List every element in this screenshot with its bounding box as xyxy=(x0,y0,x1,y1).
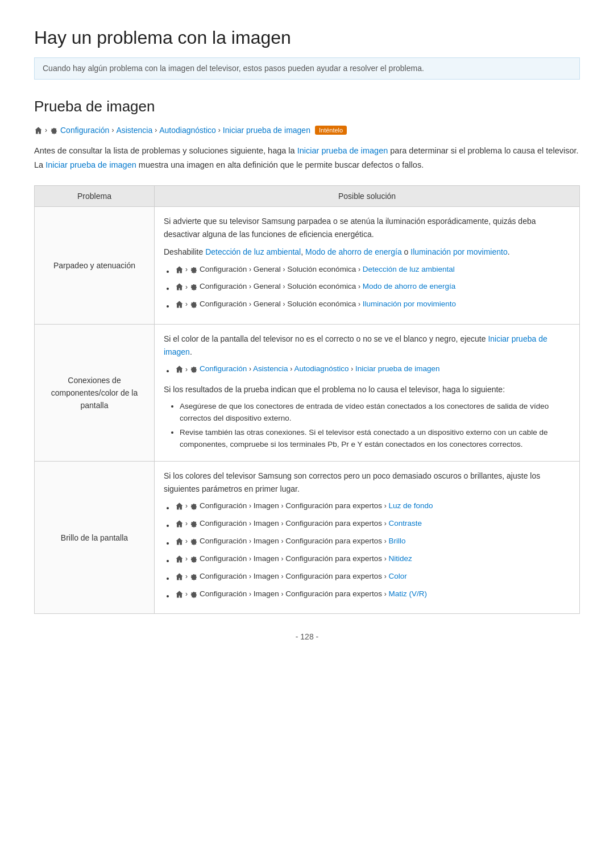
solution-text-3a: Si los colores del televisor Samsung son… xyxy=(164,470,570,496)
bullet-list-2b: Asegúrese de que los conectores de entra… xyxy=(164,401,570,451)
list-item: Revise también las otras conexiones. Si … xyxy=(180,427,570,451)
nav-chevron-2: › xyxy=(111,126,114,134)
link-iluminacion[interactable]: Iluminación por movimiento xyxy=(410,247,507,256)
list-item: › Configuración › General › Solución eco… xyxy=(175,264,570,278)
home-icon-bullet xyxy=(175,265,184,274)
solution-text-1b: Deshabilite Detección de luz ambiental, … xyxy=(164,246,570,259)
list-item: › Configuración › Imagen › Configuración… xyxy=(175,500,570,514)
link-path-deteccion[interactable]: Detección de luz ambiental xyxy=(363,265,455,273)
list-item: › Configuración › Imagen › Configuración… xyxy=(175,588,570,603)
path-text: Configuración › Imagen › Configuración p… xyxy=(200,571,407,583)
home-icon-bullet xyxy=(175,502,184,510)
subtitle-box: Cuando hay algún problema con la imagen … xyxy=(34,57,580,80)
home-icon xyxy=(34,126,43,135)
link-path[interactable]: Autodiagnóstico xyxy=(294,364,349,373)
gear-icon-bullet xyxy=(189,265,198,274)
solution-cell-1: Si advierte que su televisor Samsung par… xyxy=(154,207,579,325)
column-header-problem: Problema xyxy=(35,186,155,207)
list-item: › Configuración › General › Solución eco… xyxy=(175,298,570,313)
link-matiz[interactable]: Matiz (V/R) xyxy=(388,589,427,598)
nav-item-iniciar-prueba[interactable]: Iniciar prueba de imagen xyxy=(223,126,310,135)
nav-chevron-1: › xyxy=(45,126,47,134)
gear-icon-bullet xyxy=(189,283,198,291)
nav-chevron-4: › xyxy=(218,126,221,134)
path-inline: › Configuración › General › Solución eco… xyxy=(175,298,456,310)
path-inline: › Configuración › General › Solución eco… xyxy=(175,264,455,276)
gear-icon-bullet xyxy=(189,572,198,581)
intro-paragraph: Antes de consultar la lista de problemas… xyxy=(34,144,580,172)
list-item: Asegúrese de que los conectores de entra… xyxy=(180,401,570,425)
home-icon-bullet xyxy=(175,590,184,599)
path-text: Configuración › Imagen › Configuración p… xyxy=(200,553,412,565)
path-inline: › Configuración › Imagen › Configuración… xyxy=(175,553,412,565)
chev: › xyxy=(185,264,188,275)
home-icon-bullet xyxy=(175,283,184,291)
home-icon-bullet xyxy=(175,555,184,563)
table-row: Parpadeo y atenuación Si advierte que su… xyxy=(35,207,580,325)
list-item: › Configuración › General › Solución eco… xyxy=(175,281,570,295)
intro-link-2[interactable]: Iniciar prueba de imagen xyxy=(45,160,136,169)
path-inline: › Configuración › Imagen › Configuración… xyxy=(175,588,427,600)
path-text: Configuración › General › Solución econó… xyxy=(200,281,455,293)
bullet-list-2a: › Configuración › Asistencia › Autodiagn… xyxy=(164,363,570,377)
path-text: Configuración › General › Solución econó… xyxy=(200,298,456,310)
gear-icon-bullet xyxy=(189,520,198,528)
list-item: › Configuración › Imagen › Configuración… xyxy=(175,535,570,550)
home-icon-bullet xyxy=(175,572,184,581)
link-contraste[interactable]: Contraste xyxy=(388,519,422,528)
path-inline: › Configuración › Imagen › Configuración… xyxy=(175,535,405,547)
home-icon-bullet xyxy=(175,365,184,373)
problem-cell-2: Conexiones de componentes/color de la pa… xyxy=(35,325,155,462)
link-path[interactable]: Configuración xyxy=(200,364,247,373)
link-modo-ahorro[interactable]: Modo de ahorro de energía xyxy=(305,247,402,256)
solution-cell-3: Si los colores del televisor Samsung son… xyxy=(154,462,579,614)
list-item: › Configuración › Imagen › Configuración… xyxy=(175,571,570,585)
chev: › xyxy=(185,282,188,293)
list-item: › Configuración › Imagen › Configuración… xyxy=(175,518,570,532)
link-path-ahorro[interactable]: Modo de ahorro de energía xyxy=(363,282,456,290)
intro-link-1[interactable]: Iniciar prueba de imagen xyxy=(297,146,388,155)
path-inline: › Configuración › Imagen › Configuración… xyxy=(175,518,422,530)
section-title: Prueba de imagen xyxy=(34,98,580,115)
table-row: Brillo de la pantalla Si los colores del… xyxy=(35,462,580,614)
page-number: - 128 - xyxy=(34,632,580,641)
nav-item-configuracion[interactable]: Configuración xyxy=(60,126,109,135)
path-inline: › Configuración › Imagen › Configuración… xyxy=(175,500,433,512)
solution-text-2b: Si los resultados de la prueba indican q… xyxy=(164,383,570,396)
list-item: › Configuración › Asistencia › Autodiagn… xyxy=(175,363,570,377)
problem-cell-3: Brillo de la pantalla xyxy=(35,462,155,614)
path-text: Configuración › Imagen › Configuración p… xyxy=(200,500,433,512)
link-path[interactable]: Asistencia xyxy=(253,364,288,373)
path-text: Configuración › Imagen › Configuración p… xyxy=(200,518,422,530)
nav-item-autodiagnostico[interactable]: Autodiagnóstico xyxy=(159,126,216,135)
link-brillo[interactable]: Brillo xyxy=(388,537,405,545)
link-color[interactable]: Color xyxy=(388,572,406,580)
subtitle-text: Cuando hay algún problema con la imagen … xyxy=(43,64,424,73)
problem-cell-1: Parpadeo y atenuación xyxy=(35,207,155,325)
link-nitidez[interactable]: Nitidez xyxy=(388,554,412,563)
solution-text-2a: Si el color de la pantalla del televisor… xyxy=(164,333,570,359)
link-iniciar-prueba-2[interactable]: Iniciar prueba de imagen xyxy=(164,334,547,356)
try-it-badge[interactable]: Inténtelo xyxy=(315,126,347,135)
link-luz-fondo[interactable]: Luz de fondo xyxy=(388,501,433,510)
gear-icon-bullet xyxy=(189,537,198,546)
problems-table: Problema Posible solución Parpadeo y ate… xyxy=(34,185,580,614)
path-text: Configuración › Asistencia › Autodiagnós… xyxy=(200,363,440,375)
path-text: Configuración › General › Solución econó… xyxy=(200,264,455,276)
list-item: › Configuración › Imagen › Configuración… xyxy=(175,553,570,567)
gear-icon-bullet xyxy=(189,555,198,563)
path-text: Configuración › Imagen › Configuración p… xyxy=(200,588,427,600)
link-path[interactable]: Iniciar prueba de imagen xyxy=(355,364,440,373)
home-icon-bullet xyxy=(175,300,184,309)
link-path-iluminacion[interactable]: Iluminación por movimiento xyxy=(363,300,456,308)
link-deteccion[interactable]: Detección de luz ambiental xyxy=(205,247,301,256)
gear-icon-bullet xyxy=(189,365,198,373)
bullet-list-3: › Configuración › Imagen › Configuración… xyxy=(164,500,570,602)
path-inline: › Configuración › Asistencia › Autodiagn… xyxy=(175,363,440,375)
nav-item-asistencia[interactable]: Asistencia xyxy=(116,126,152,135)
path-inline: › Configuración › General › Solución eco… xyxy=(175,281,455,293)
home-icon-bullet xyxy=(175,520,184,528)
path-inline: › Configuración › Imagen › Configuración… xyxy=(175,571,407,583)
page-title: Hay un problema con la imagen xyxy=(34,27,580,48)
home-icon-bullet xyxy=(175,537,184,546)
